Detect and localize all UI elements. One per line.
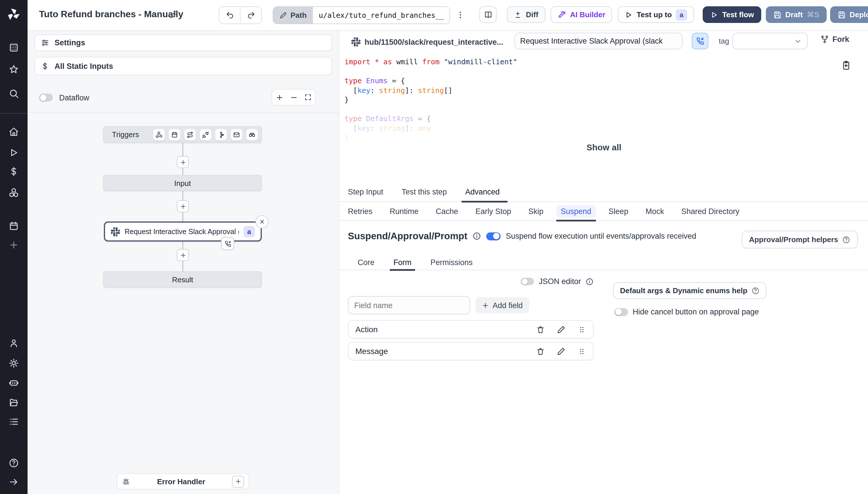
tab-shared-directory[interactable]: Shared Directory [681,202,739,221]
insert-step-button-2[interactable] [177,200,189,212]
tab-core[interactable]: Core [358,254,374,270]
add-plus-icon[interactable] [8,240,19,250]
path-value[interactable]: u/alex/tuto_refund_branches__ [313,7,450,23]
remove-step-icon[interactable] [256,215,269,228]
tab-permissions[interactable]: Permissions [430,254,473,270]
insert-step-button-1[interactable] [177,156,189,168]
fork-button[interactable]: Fork [820,35,849,44]
tab-runtime[interactable]: Runtime [390,202,419,221]
hub-script-path[interactable]: hub/11500/slack/request_interactive... [365,38,503,46]
approval-prompt-helpers-button[interactable]: Approval/Prompt helpers [741,231,858,248]
suspend-phone-badge-icon[interactable] [221,237,234,250]
test-up-to-button[interactable]: Test up to a [618,6,694,23]
tab-step-input[interactable]: Step Input [348,182,383,202]
tab-suspend[interactable]: Suspend [560,202,591,221]
kafka-trigger-icon[interactable] [215,129,227,140]
json-editor-label: JSON editor [539,277,581,286]
http-route-trigger-icon[interactable] [184,129,196,140]
help-icon[interactable] [8,458,19,468]
add-field-button[interactable]: Add field [475,297,529,313]
tab-sleep[interactable]: Sleep [609,202,628,221]
poll-trigger-icon[interactable] [246,129,258,140]
path-pill[interactable]: Path u/alex/tuto_refund_branches__ [273,6,450,24]
dataflow-toggle[interactable] [39,94,53,101]
zoom-out-icon[interactable] [290,93,298,101]
draft-label: Draft [785,10,803,19]
flow-title: Tuto Refund branches - Manually [39,9,183,19]
suspend-toggle[interactable] [486,232,501,240]
code-editor[interactable]: import * as wmill from "windmill-client"… [339,53,868,177]
undo-button[interactable] [219,7,240,23]
variables-dollar-icon[interactable] [8,166,19,177]
draft-button[interactable]: Draft ⌘S [766,6,827,23]
ai-builder-button[interactable]: AI Builder [551,6,612,23]
delete-field-icon[interactable] [536,325,545,334]
tab-early-stop[interactable]: Early Stop [475,202,511,221]
tab-skip[interactable]: Skip [529,202,544,221]
flow-settings-row[interactable]: Settings [34,34,332,51]
diff-button[interactable]: Diff [507,6,545,23]
delete-field-icon[interactable] [536,347,545,356]
search-icon[interactable] [8,88,19,99]
settings-gear-icon[interactable] [8,358,19,368]
input-node[interactable]: Input [103,175,262,191]
more-options-icon[interactable] [456,10,465,19]
edit-title-icon[interactable] [169,10,178,19]
tab-cache[interactable]: Cache [436,202,458,221]
json-editor-toggle[interactable] [521,278,534,285]
path-label-segment: Path [273,7,313,23]
deploy-button[interactable]: Deploy [830,6,868,23]
fit-view-icon[interactable] [304,94,312,101]
copy-code-icon[interactable] [841,60,851,71]
favorites-star-icon[interactable] [8,64,19,75]
error-handler-node[interactable]: Error Handler [116,473,249,489]
edit-field-icon[interactable] [557,325,566,334]
result-node[interactable]: Result [103,271,262,287]
step-detail-panel: hub/11500/slack/request_interactive... t… [339,31,868,494]
folders-icon[interactable] [8,398,19,408]
schedules-calendar-icon[interactable] [8,221,19,231]
json-editor-row: JSON editor [348,277,594,286]
add-error-handler-icon[interactable] [232,475,244,488]
websocket-trigger-icon[interactable] [200,129,211,140]
test-flow-button[interactable]: Test flow [703,6,761,23]
show-all-button[interactable]: Show all [339,142,868,152]
insert-step-button-3[interactable] [177,249,189,261]
step-name-input[interactable] [514,33,683,49]
edit-field-icon[interactable] [557,347,566,356]
workers-robot-icon[interactable] [8,378,19,388]
suspend-description: Suspend flow execution until events/appr… [506,232,696,241]
windmill-logo-icon[interactable] [6,7,21,22]
runs-play-icon[interactable] [8,148,19,158]
logs-list-icon[interactable] [8,417,19,427]
schedule-trigger-icon[interactable] [169,129,180,140]
workspace-icon[interactable] [8,42,19,53]
hide-cancel-toggle[interactable] [614,308,628,316]
tab-form[interactable]: Form [393,254,412,270]
field-name-input[interactable] [348,296,470,315]
hide-cancel-row: Hide cancel button on approval page [614,307,759,316]
tab-advanced[interactable]: Advanced [465,182,500,202]
default-args-help-button[interactable]: Default args & Dynamic enums help [613,282,767,299]
expand-sidebar-icon[interactable] [8,477,19,487]
redo-button[interactable] [240,7,261,23]
all-static-inputs-row[interactable]: All Static Inputs [34,57,332,75]
selected-step-node[interactable]: Request Interactive Slack Approval (... … [104,222,262,242]
tab-test-this-step[interactable]: Test this step [402,182,447,202]
tag-select[interactable] [733,33,808,49]
resources-boxes-icon[interactable] [8,188,19,198]
webhook-trigger-icon[interactable] [153,129,165,140]
zoom-in-icon[interactable] [275,93,283,101]
docs-book-button[interactable] [479,6,497,23]
triggers-node[interactable]: Triggers [103,126,262,143]
suspend-phone-button[interactable] [692,33,708,49]
drag-field-icon[interactable] [577,347,586,356]
topbar: Tuto Refund branches - Manually Path u/a… [27,0,868,31]
tab-retries[interactable]: Retries [348,202,373,221]
info-icon [473,232,481,241]
tab-mock[interactable]: Mock [646,202,664,221]
home-icon[interactable] [8,127,19,137]
user-icon[interactable] [8,338,19,348]
email-trigger-icon[interactable] [231,129,242,140]
drag-field-icon[interactable] [577,325,586,334]
